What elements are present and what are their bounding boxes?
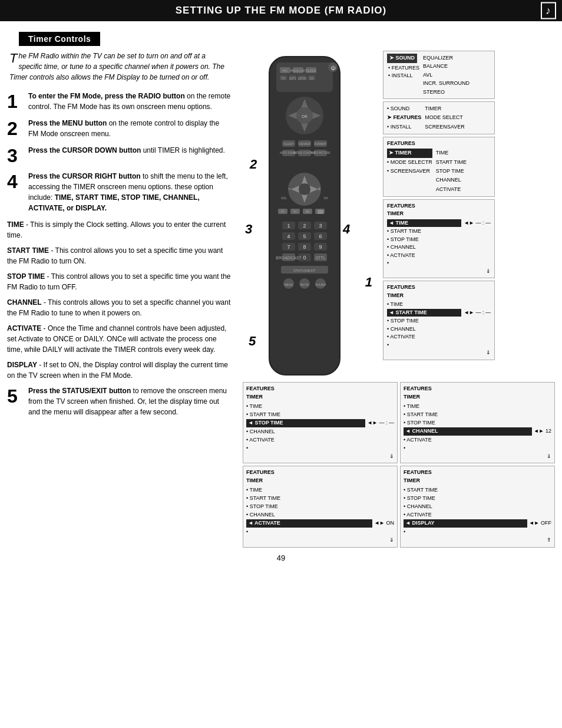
step-number-1: 1 [7,92,24,111]
osd-display: FEATURES TIMER • START TIME • STOP TIME … [400,466,555,547]
svg-text:MENU: MENU [285,283,293,286]
desc-time: TIME - This is simply the Clock setting.… [7,219,231,241]
svg-rect-54 [318,210,323,214]
music-icon: ♪ [541,2,556,19]
desc-activate: ACTIVATE - Once the Time and channel con… [7,323,231,355]
desc-stoptime: STOP TIME - This control allows you to s… [7,271,231,292]
svg-text:SOUND: SOUND [315,283,326,286]
step-5: 5 Press the STATUS/EXIT button to remove… [7,386,231,417]
svg-text:CH: CH [310,77,314,80]
svg-text:5: 5 [303,233,306,239]
step-number-5: 5 [7,387,24,406]
svg-text:7: 7 [287,244,290,250]
osd-channel: FEATURES TIMER • TIME • START TIME • STO… [400,382,555,463]
svg-text:PROG.LIST: PROG.LIST [290,69,306,73]
svg-text:+: + [318,186,321,192]
osd-stack: ➤ SOUND • FEATURES • INSTALL EQUALIZER B… [378,51,555,381]
svg-text:BROADCAST: BROADCAST [276,256,302,260]
step-text-1: To enter the FM Mode, press the RADIO bu… [28,91,231,112]
svg-text:1: 1 [287,223,290,229]
osd-timer-menu: FEATURES ➤ TIMER • MODE SELECTR • SCREEN… [383,137,495,197]
svg-text:PIC: PIC [283,69,288,73]
step-text-3: Press the CURSOR DOWN button until TIMER… [28,145,225,156]
step-number-2: 2 [7,119,24,138]
svg-text:CLOCK: CLOCK [306,69,316,73]
right-column: 2 3 4 5 1 ⏻ [243,51,555,548]
step-label-4: 4 [343,222,350,237]
remote-control-area: 2 3 4 5 1 ⏻ [243,51,378,381]
svg-text:CH: CH [323,196,328,200]
desc-starttime: START TIME - This control allows you to … [7,245,231,266]
step-label-5: 5 [249,334,256,349]
svg-text:TV: TV [282,77,285,80]
svg-text:HD: HD [306,210,310,213]
osd-time-selected: FEATURES TIMER ◄ TIME ◄► — : — • START T… [383,199,495,279]
intro-text: The FM Radio within the TV can be set to… [7,51,231,83]
desc-display: DISPLAY - If set to ON, the Display cont… [7,360,231,381]
step-label-3: 3 [245,222,252,237]
step-text-2: Press the MENU button on the remote cont… [28,118,231,139]
svg-text:OK: OK [302,114,308,118]
header-title: Setting up the FM Mode (FM Radio) [176,5,387,17]
page-number: 49 [0,548,562,565]
svg-text:TV: TV [293,210,297,213]
svg-text:3: 3 [319,223,322,229]
left-column: The FM Radio within the TV can be set to… [7,51,237,548]
svg-text:6: 6 [319,233,322,239]
svg-text:2: 2 [303,223,306,229]
svg-text:STTL: STTL [315,256,325,260]
svg-text:FORMAT: FORMAT [315,142,327,146]
step-text-5: Press the STATUS/EXIT button to remove t… [28,386,231,417]
svg-text:MUTE: MUTE [300,283,309,286]
svg-text:⏻: ⏻ [330,65,336,71]
svg-text:EXT2/3: EXT2/3 [297,77,307,80]
svg-text:4: 4 [287,233,290,239]
content-area: The FM Radio within the TV can be set to… [0,51,562,548]
step-3: 3 Press the CURSOR DOWN button until TIM… [7,145,231,165]
page-wrapper: Setting up the FM Mode (FM Radio) ♪ Time… [0,0,562,577]
svg-text:VOL: VOL [281,196,287,200]
svg-text:STATUS/EXIT: STATUS/EXIT [293,269,316,272]
svg-text:9: 9 [319,244,322,250]
svg-text:8: 8 [303,244,306,250]
svg-text:VIEWER: VIEWER [299,142,310,146]
remote-svg: ⏻ PIC PROG.LIST CLOCK TV [243,51,366,381]
osd-stoptime: FEATURES TIMER • TIME • START TIME ◄ STO… [243,382,398,463]
step-label-1: 1 [365,275,372,290]
svg-text:EXT1: EXT1 [289,77,296,80]
steps-container: 1 To enter the FM Mode, press the RADIO … [7,91,231,213]
step-number-3: 3 [7,146,24,165]
svg-text:−: − [288,186,292,192]
osd-features-menu: • SOUND ➤ FEATURES • INSTALL TIMER MODE … [383,101,495,134]
step-label-2: 2 [250,157,257,172]
step-text-4: Press the CURSOR RIGHT button to shift t… [28,171,231,213]
svg-point-42 [299,183,310,195]
page-header: Setting up the FM Mode (FM Radio) ♪ [0,0,562,21]
bottom-osd-grid: FEATURES TIMER • TIME • START TIME ◄ STO… [243,382,555,548]
svg-text:PC: PC [281,210,285,213]
svg-text:0: 0 [303,255,306,261]
step-4: 4 Press the CURSOR RIGHT button to shift… [7,171,231,213]
osd-activate: FEATURES TIMER • TIME • START TIME • STO… [243,466,398,547]
osd-sound-menu: ➤ SOUND • FEATURES • INSTALL EQUALIZER B… [383,51,495,99]
desc-channel: CHANNEL - This controls allows you to se… [7,297,231,318]
step-1: 1 To enter the FM Mode, press the RADIO … [7,91,231,112]
osd-starttime-selected: FEATURES TIMER • TIME ◄ START TIME ◄► — … [383,281,495,360]
section-title: Timer Controls [19,32,100,46]
step-2: 2 Press the MENU button on the remote co… [7,118,231,139]
svg-text:SLEEP: SLEEP [284,142,294,146]
svg-text:AUTO PICTURE: AUTO PICTURE [310,151,330,154]
step-number-4: 4 [7,172,24,191]
